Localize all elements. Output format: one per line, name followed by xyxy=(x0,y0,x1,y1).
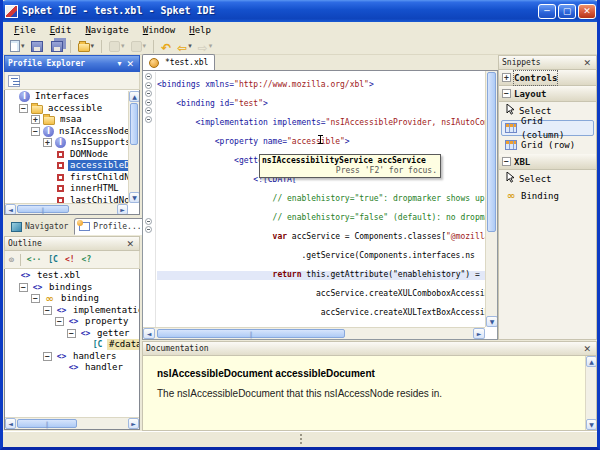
menu-file[interactable]: File xyxy=(7,22,43,38)
snippet-select[interactable]: Select xyxy=(501,171,594,187)
view-tab-navigator[interactable]: Navigator xyxy=(6,218,73,235)
code-text[interactable]: <bindings xmlns="http://www.mozilla.org/… xyxy=(157,72,485,327)
profile-tree-item-innerhtml[interactable]: −innerHTML xyxy=(5,183,128,195)
profile-explorer-close-icon[interactable]: ✕ xyxy=(124,58,136,70)
profile-tree-item-msaa[interactable]: +msaa xyxy=(5,114,128,126)
scroll-thumb[interactable] xyxy=(487,72,496,232)
expander-icon[interactable]: − xyxy=(19,104,28,113)
expander-icon[interactable]: − xyxy=(19,283,28,292)
scroll-right-icon[interactable]: ► xyxy=(128,418,139,429)
outline-header[interactable]: Outline ✕ xyxy=(4,236,140,251)
outline-tree-item-test-xbl[interactable]: −test.xbl xyxy=(5,270,139,282)
expander-icon[interactable]: − xyxy=(43,306,52,315)
profile-tree-item-domnode[interactable]: −DOMNode xyxy=(5,149,128,161)
editor-tab-test-xbl[interactable]: *test.xbl xyxy=(142,54,215,70)
dropdown-arrow-icon[interactable]: ▾ xyxy=(188,42,192,50)
scroll-left-icon[interactable]: ◄ xyxy=(143,328,155,339)
attributes-icon[interactable]: <·· xyxy=(26,253,42,267)
editor-hscrollbar[interactable]: ◄ ► xyxy=(143,327,485,339)
scroll-thumb[interactable] xyxy=(17,419,77,428)
menu-edit[interactable]: Edit xyxy=(43,22,79,38)
snippet-grid-column[interactable]: Grid (column) xyxy=(501,120,594,136)
scroll-down-icon[interactable]: ▼ xyxy=(586,419,597,430)
fold-collapse-icon[interactable] xyxy=(145,90,152,97)
profile-tree-item-interfaces[interactable]: −Interfaces xyxy=(5,91,128,103)
scroll-thumb[interactable] xyxy=(17,205,69,213)
outline-tree-item-property[interactable]: −property xyxy=(5,316,139,328)
close-button[interactable]: ✕ xyxy=(578,4,596,19)
minimize-button[interactable]: ─ xyxy=(538,4,556,19)
profile-explorer-header[interactable]: Profile Explorer ▾ ✕ xyxy=(4,55,140,72)
fold-collapse-icon[interactable] xyxy=(145,218,152,225)
dropdown-arrow-icon[interactable]: ▾ xyxy=(91,42,95,50)
expander-icon[interactable]: − xyxy=(31,127,40,136)
outline-tree-item-implementation[interactable]: −implementation xyxy=(5,305,139,317)
comment-icon[interactable]: <! xyxy=(64,253,76,267)
pi-icon[interactable]: <? xyxy=(81,253,93,267)
snippet-section-layout[interactable]: −Layout xyxy=(499,86,596,102)
fold-collapse-icon[interactable] xyxy=(145,107,152,114)
scroll-up-icon[interactable]: ▲ xyxy=(129,91,140,102)
outline-tree-item-handlers[interactable]: −handlers xyxy=(5,351,139,363)
fold-collapse-icon[interactable] xyxy=(145,73,152,80)
scroll-down-icon[interactable]: ▼ xyxy=(486,316,498,327)
scroll-right-icon[interactable]: ► xyxy=(117,204,128,215)
expander-icon[interactable]: − xyxy=(31,294,40,303)
section-expander-icon[interactable]: − xyxy=(502,89,511,98)
profile-tree-item-lastchildnod[interactable]: −lastChildNod xyxy=(5,195,128,204)
documentation-header[interactable]: Documentation ✕ xyxy=(142,341,597,356)
outline-tree-item-getter[interactable]: −getter xyxy=(5,328,139,340)
scroll-left-icon[interactable]: ◄ xyxy=(5,204,16,215)
scroll-left-icon[interactable]: ◄ xyxy=(5,418,16,429)
expander-icon[interactable]: + xyxy=(43,138,52,147)
fold-collapse-icon[interactable] xyxy=(145,116,152,123)
save-button[interactable] xyxy=(29,40,45,53)
maximize-button[interactable]: ▢ xyxy=(558,4,576,19)
new-file-button[interactable]: ▾ xyxy=(8,39,27,53)
expander-icon[interactable]: + xyxy=(31,115,40,124)
outline-tree-item-binding[interactable]: −binding xyxy=(5,293,139,305)
expander-icon[interactable]: − xyxy=(43,352,52,361)
sort-icon[interactable]: ◎ xyxy=(8,253,15,267)
scroll-thumb[interactable] xyxy=(130,103,138,145)
profile-tree-item-accessibledo[interactable]: −accessibleDo xyxy=(5,160,128,172)
outline-close-icon[interactable]: ✕ xyxy=(124,238,136,250)
outline-tree-item-handler[interactable]: −handler xyxy=(5,362,139,374)
snippet-section-xbl[interactable]: −XBL xyxy=(499,154,596,170)
snippet-section-controls[interactable]: +Controls xyxy=(499,70,596,86)
scroll-right-icon[interactable]: ► xyxy=(473,328,485,339)
profile-tree-item-nsisupports[interactable]: +nsISupports xyxy=(5,137,128,149)
view-tab-profile[interactable]: Profile... xyxy=(74,218,146,235)
outline-tree-item-cdata[interactable]: −#cdata xyxy=(5,339,139,351)
snippets-header[interactable]: Snippets ✕ xyxy=(498,55,597,70)
outline-tree-hscrollbar[interactable]: ◄ ► xyxy=(5,417,139,429)
fold-collapse-icon[interactable] xyxy=(145,226,152,233)
snippet-binding[interactable]: Binding xyxy=(501,188,594,204)
profile-tree-item-accessible[interactable]: −accessible xyxy=(5,103,128,115)
scroll-up-icon[interactable]: ▲ xyxy=(586,356,597,367)
dropdown-arrow-icon[interactable]: ▾ xyxy=(21,42,25,50)
profile-tree-item-nsiaccessnode[interactable]: −nsIAccessNode xyxy=(5,126,128,138)
sash-grip[interactable] xyxy=(300,434,302,446)
view-menu-icon[interactable]: ▾ xyxy=(114,58,124,70)
profile-tree-vscrollbar[interactable]: ▲ ▼ xyxy=(128,91,139,203)
scroll-thumb[interactable] xyxy=(157,329,345,338)
save-all-button[interactable] xyxy=(47,40,65,53)
outline-tree-item-bindings[interactable]: −bindings xyxy=(5,282,139,294)
docs-vscrollbar[interactable]: ▲ ▼ xyxy=(585,356,596,430)
code-editor[interactable]: <bindings xmlns="http://www.mozilla.org/… xyxy=(142,71,498,340)
scroll-down-icon[interactable]: ▼ xyxy=(129,192,140,203)
profile-tree-item-firstchildno[interactable]: −firstChildNo xyxy=(5,172,128,184)
editor-vscrollbar[interactable]: ▼ xyxy=(485,71,497,327)
section-expander-icon[interactable]: + xyxy=(502,73,511,82)
documentation-close-icon[interactable]: ✕ xyxy=(581,343,593,355)
title-bar[interactable]: Spket IDE - test.xbl - Spket IDE ─ ▢ ✕ xyxy=(0,0,600,22)
profile-tree-hscrollbar[interactable]: ◄ ► xyxy=(5,203,128,214)
cdata-icon[interactable]: [C xyxy=(47,253,59,267)
expander-icon[interactable]: − xyxy=(67,329,76,338)
fold-collapse-icon[interactable] xyxy=(145,99,152,106)
open-snippet-button[interactable]: ▾ xyxy=(76,40,97,53)
section-expander-icon[interactable]: − xyxy=(502,157,511,166)
tree-mode-icon[interactable] xyxy=(8,75,20,87)
menu-navigate[interactable]: Navigate xyxy=(78,22,135,38)
